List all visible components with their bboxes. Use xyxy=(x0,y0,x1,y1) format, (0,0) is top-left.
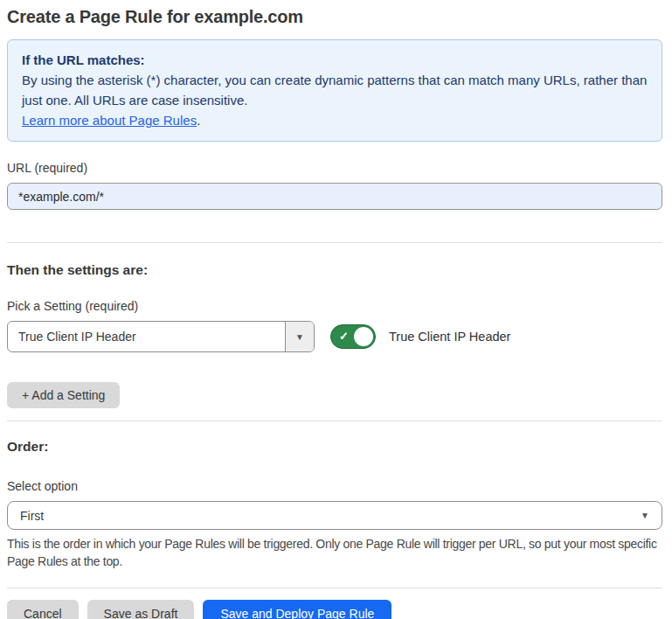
divider xyxy=(7,421,662,421)
check-icon: ✓ xyxy=(339,330,349,342)
cancel-button[interactable]: Cancel xyxy=(7,600,79,619)
toggle-knob xyxy=(354,327,373,346)
divider xyxy=(7,242,662,243)
url-field-label: URL (required) xyxy=(7,161,662,176)
toggle-label: True Client IP Header xyxy=(389,330,510,344)
save-deploy-button[interactable]: Save and Deploy Page Rule xyxy=(203,600,391,619)
url-matches-info-box: If the URL matches: By using the asteris… xyxy=(7,39,662,142)
order-select-value: First xyxy=(20,509,44,523)
info-box-heading: If the URL matches: xyxy=(22,50,648,70)
divider xyxy=(7,588,662,588)
footer-actions: Cancel Save as Draft Save and Deploy Pag… xyxy=(7,600,662,619)
add-setting-button[interactable]: + Add a Setting xyxy=(7,382,120,408)
save-draft-button[interactable]: Save as Draft xyxy=(87,600,195,619)
order-select-label: Select option xyxy=(7,479,662,494)
order-description: This is the order in which your Page Rul… xyxy=(7,535,662,570)
setting-picker-label: Pick a Setting (required) xyxy=(7,299,662,314)
url-input[interactable] xyxy=(7,183,662,210)
page-container: Create a Page Rule for example.com If th… xyxy=(0,5,672,619)
setting-toggle[interactable]: ✓ xyxy=(330,324,376,349)
info-box-body: By using the asterisk (*) character, you… xyxy=(22,70,648,110)
learn-more-link[interactable]: Learn more about Page Rules xyxy=(22,113,197,128)
order-section-heading: Order: xyxy=(7,439,662,455)
setting-select[interactable]: True Client IP Header ▼ xyxy=(7,321,315,352)
settings-section-heading: Then the settings are: xyxy=(7,262,662,278)
setting-select-value: True Client IP Header xyxy=(8,322,285,351)
setting-row: True Client IP Header ▼ ✓ True Client IP… xyxy=(7,321,662,352)
chevron-down-icon: ▼ xyxy=(285,322,314,351)
order-select[interactable]: First ▼ xyxy=(7,501,662,530)
link-suffix: . xyxy=(197,113,200,128)
chevron-down-icon: ▼ xyxy=(641,511,649,520)
page-title: Create a Page Rule for example.com xyxy=(7,5,662,28)
